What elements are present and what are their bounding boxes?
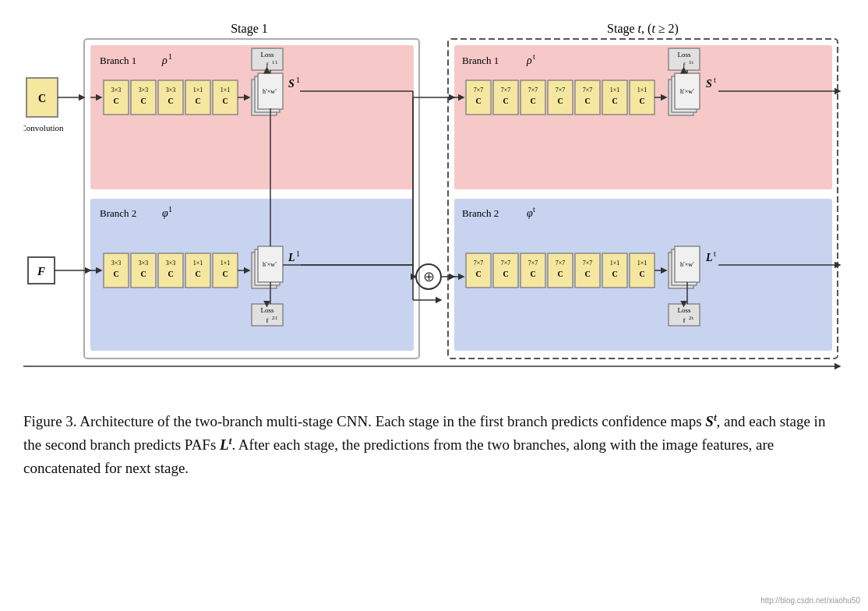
svg-text:C: C bbox=[612, 97, 617, 105]
main-container: Stage 1 Stage t, (t ≥ 2) C Convolution F bbox=[0, 0, 868, 495]
svg-text:1: 1 bbox=[275, 59, 278, 65]
stage1-label: Stage 1 bbox=[231, 22, 268, 36]
svg-text:t: t bbox=[692, 315, 693, 321]
svg-text:C: C bbox=[222, 270, 228, 278]
watermark: http://blog.csdn.net/xiaohu50 bbox=[760, 596, 860, 605]
svg-text:3×3: 3×3 bbox=[139, 260, 149, 267]
svg-text:1×1: 1×1 bbox=[221, 260, 231, 267]
svg-text:C: C bbox=[475, 270, 481, 278]
diagram-container: Stage 1 Stage t, (t ≥ 2) C Convolution F bbox=[23, 16, 845, 401]
svg-text:Loss: Loss bbox=[260, 306, 274, 314]
branch1-st-label: Branch 1 bbox=[462, 55, 499, 66]
svg-text:7×7: 7×7 bbox=[501, 87, 511, 94]
St-label: S bbox=[706, 78, 712, 90]
S1-sup: 1 bbox=[296, 76, 300, 84]
conv-label: Convolution bbox=[23, 123, 64, 132]
svg-text:1×1: 1×1 bbox=[637, 87, 647, 94]
Lt-bold: Lt bbox=[220, 436, 231, 453]
L1-label: L bbox=[288, 252, 295, 263]
svg-text:1×1: 1×1 bbox=[193, 87, 203, 94]
circle-plus: ⊕ bbox=[423, 269, 435, 284]
svg-text:f: f bbox=[266, 61, 269, 69]
branch1-s1-label: Branch 1 bbox=[100, 55, 136, 66]
svg-text:C: C bbox=[557, 270, 563, 278]
rhot-sup: t bbox=[533, 52, 535, 61]
S1-label: S bbox=[288, 78, 295, 90]
svg-text:7×7: 7×7 bbox=[556, 260, 566, 267]
svg-text:Loss: Loss bbox=[677, 51, 691, 58]
svg-text:7×7: 7×7 bbox=[474, 260, 484, 267]
svg-text:C: C bbox=[503, 270, 508, 278]
St-sup: t bbox=[714, 76, 716, 84]
svg-text:C: C bbox=[612, 270, 617, 278]
Lt-label: L bbox=[705, 252, 713, 263]
phi1-sup: 1 bbox=[168, 205, 172, 214]
rho1-label: ρ bbox=[161, 55, 168, 66]
svg-text:7×7: 7×7 bbox=[501, 260, 511, 267]
svg-text:C: C bbox=[557, 97, 563, 105]
svg-text:f: f bbox=[683, 61, 686, 69]
svg-text:C: C bbox=[222, 97, 228, 105]
svg-text:C: C bbox=[639, 97, 644, 105]
rhot-label: ρ bbox=[526, 55, 532, 66]
figure-caption: Figure 3. Architecture of the two-branch… bbox=[23, 410, 845, 479]
svg-text:7×7: 7×7 bbox=[528, 260, 538, 267]
svg-text:1×1: 1×1 bbox=[193, 260, 203, 267]
svg-text:Loss: Loss bbox=[260, 51, 274, 58]
svg-text:h′×w′: h′×w′ bbox=[263, 261, 277, 268]
svg-text:3×3: 3×3 bbox=[139, 87, 149, 94]
svg-text:3×3: 3×3 bbox=[166, 87, 176, 94]
caption-text1: Architecture of the two-branch multi-sta… bbox=[79, 413, 705, 429]
rho1-sup: 1 bbox=[168, 52, 172, 61]
svg-text:t: t bbox=[692, 59, 693, 65]
svg-text:1: 1 bbox=[275, 315, 278, 321]
svg-text:3×3: 3×3 bbox=[166, 260, 176, 267]
svg-text:7×7: 7×7 bbox=[583, 87, 593, 94]
svg-text:C: C bbox=[530, 270, 535, 278]
svg-text:C: C bbox=[475, 97, 481, 105]
svg-text:C: C bbox=[140, 97, 146, 105]
svg-text:C: C bbox=[195, 270, 200, 278]
svg-text:7×7: 7×7 bbox=[474, 87, 484, 94]
svg-text:Loss: Loss bbox=[677, 306, 691, 314]
svg-text:f: f bbox=[266, 316, 269, 324]
svg-text:C: C bbox=[113, 270, 118, 278]
svg-text:h′×w′: h′×w′ bbox=[680, 261, 694, 268]
svg-text:C: C bbox=[639, 270, 644, 278]
svg-text:C: C bbox=[584, 270, 590, 278]
svg-text:7×7: 7×7 bbox=[583, 260, 593, 267]
figure-number: Figure 3. bbox=[23, 413, 77, 429]
svg-rect-4 bbox=[454, 45, 832, 189]
svg-text:1×1: 1×1 bbox=[221, 87, 231, 94]
St-bold: St bbox=[705, 413, 716, 429]
svg-text:C: C bbox=[530, 97, 535, 105]
svg-text:C: C bbox=[503, 97, 508, 105]
svg-text:1×1: 1×1 bbox=[610, 87, 620, 94]
svg-text:C: C bbox=[168, 97, 173, 105]
svg-text:C: C bbox=[195, 97, 200, 105]
svg-text:C: C bbox=[140, 270, 146, 278]
svg-text:f: f bbox=[683, 316, 686, 324]
svg-text:C: C bbox=[113, 97, 118, 105]
svg-text:3×3: 3×3 bbox=[111, 87, 122, 94]
svg-text:3×3: 3×3 bbox=[111, 260, 122, 267]
branch2-s1-label: Branch 2 bbox=[100, 207, 136, 219]
svg-text:h′×w′: h′×w′ bbox=[680, 88, 694, 95]
svg-text:1×1: 1×1 bbox=[610, 260, 620, 267]
svg-text:1×1: 1×1 bbox=[637, 260, 647, 267]
L1-sup: 1 bbox=[296, 249, 300, 258]
phit-label: φ bbox=[527, 207, 533, 219]
svg-text:C: C bbox=[584, 97, 590, 105]
c-label: C bbox=[38, 93, 46, 104]
Lt-sup: t bbox=[714, 249, 716, 258]
staget-label: Stage t, (t ≥ 2) bbox=[607, 22, 679, 36]
branch2-st-label: Branch 2 bbox=[462, 207, 499, 219]
phi1-label: φ bbox=[162, 207, 168, 219]
architecture-diagram: Stage 1 Stage t, (t ≥ 2) C Convolution F bbox=[23, 16, 845, 397]
f-label: F bbox=[37, 265, 45, 277]
svg-text:h′×w′: h′×w′ bbox=[263, 88, 277, 95]
svg-text:C: C bbox=[168, 270, 173, 278]
svg-text:7×7: 7×7 bbox=[556, 87, 566, 94]
svg-text:7×7: 7×7 bbox=[528, 87, 538, 94]
phit-sup: t bbox=[533, 205, 535, 214]
